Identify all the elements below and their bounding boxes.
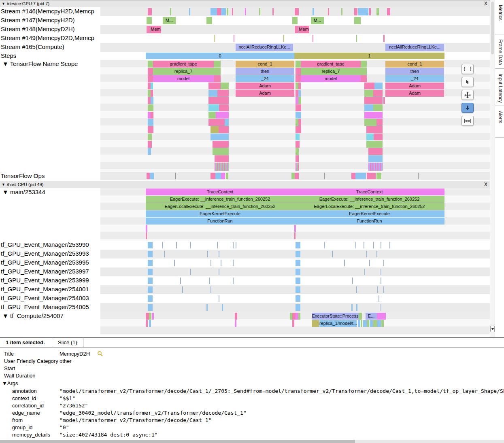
trace-event[interactable] [222,304,223,311]
magnifier-icon[interactable] [97,351,103,356]
trace-event[interactable] [175,173,176,179]
trace-event[interactable] [148,97,151,104]
scroll-down-button[interactable] [490,326,495,332]
trace-event[interactable] [296,242,300,248]
trace-event[interactable] [389,242,390,248]
trace-event[interactable] [366,251,367,257]
track-timeline-stream-148[interactable]: MemMem [100,25,490,34]
trace-event[interactable] [213,148,229,155]
collapse-arrow-icon[interactable]: ▼ [2,182,5,187]
trace-event[interactable]: cond_1 [236,61,294,68]
trace-event[interactable] [313,35,313,42]
trace-event[interactable] [295,26,298,33]
horizontal-scrollbar-thumb[interactable] [0,440,355,443]
trace-event[interactable] [383,260,384,266]
trace-event[interactable]: replica_7 [301,68,361,75]
trace-event[interactable] [189,8,190,15]
trace-event[interactable]: then [385,68,444,75]
trace-event[interactable] [295,173,299,179]
trace-event[interactable] [298,83,301,89]
trace-event[interactable] [358,320,360,327]
trace-event[interactable] [208,83,221,89]
scroll-down-tool-button[interactable] [461,103,474,113]
track-label-tf-compute-254007[interactable]: ▼ tf_Compute/254007 [0,312,100,335]
trace-event[interactable] [295,8,299,15]
trace-event[interactable] [351,173,355,179]
trace-event[interactable] [358,8,368,15]
trace-event[interactable] [296,119,298,126]
trace-event[interactable] [152,313,154,320]
trace-event[interactable] [361,320,362,327]
side-tab-input-latency[interactable]: Input Latency [495,69,504,106]
trace-event[interactable] [376,173,381,179]
side-tab-frame-data[interactable]: Frame Data [495,34,504,69]
trace-event[interactable] [209,278,210,284]
trace-event[interactable]: EagerLocalExecute: __inference_train_fun… [146,203,294,210]
trace-event[interactable] [359,313,362,320]
trace-event[interactable] [373,242,374,248]
trace-event[interactable] [296,97,298,104]
trace-event[interactable] [148,260,153,266]
trace-event[interactable] [361,61,367,68]
trace-event[interactable] [368,148,383,155]
trace-event[interactable] [292,320,294,327]
trace-event[interactable] [296,90,298,97]
trace-event[interactable] [296,134,300,140]
horizontal-scrollbar[interactable] [0,440,504,443]
trace-event[interactable] [215,155,229,162]
horizontal-zoom-tool-button[interactable] [461,116,474,126]
trace-event[interactable] [364,90,373,97]
trace-event[interactable] [296,251,300,257]
trace-event[interactable] [214,75,221,82]
marquee-select-tool-button[interactable] [461,64,474,74]
trace-event[interactable] [296,148,299,155]
trace-event[interactable] [364,112,383,119]
trace-event[interactable]: _24 [236,75,294,82]
gpu-section-close-button[interactable]: X [484,1,487,6]
trace-event[interactable] [373,90,383,97]
trace-event[interactable] [215,173,221,179]
trace-event[interactable] [164,251,165,257]
trace-event[interactable] [151,90,153,97]
trace-event[interactable] [190,269,191,275]
trace-event[interactable] [148,61,153,68]
trace-event[interactable]: 1 [294,53,444,59]
trace-event[interactable] [214,35,215,42]
trace-event[interactable] [296,260,300,266]
trace-event[interactable] [213,141,229,148]
trace-event[interactable] [214,68,221,75]
track-timeline-evtmgr-253993[interactable] [100,250,490,259]
trace-event[interactable] [216,112,229,119]
trace-event[interactable] [148,278,153,284]
trace-event[interactable] [211,286,211,293]
track-label-main-253344[interactable]: ▼ main/253344 [0,188,100,241]
trace-event[interactable] [146,232,147,239]
trace-event[interactable] [377,286,378,293]
side-tab-alerts[interactable]: Alerts [495,106,504,138]
trace-event[interactable] [233,278,234,284]
trace-event[interactable] [368,163,383,171]
trace-event[interactable] [148,75,153,82]
trace-event[interactable] [221,8,226,15]
trace-event[interactable] [296,61,301,68]
trace-event[interactable]: gradient_tape [153,61,214,68]
trace-event[interactable] [151,112,153,119]
trace-event[interactable] [369,8,371,15]
trace-event[interactable] [351,304,353,311]
trace-event[interactable] [292,313,296,320]
trace-event[interactable] [364,83,374,89]
trace-event[interactable] [215,163,229,171]
trace-event[interactable]: ncclAllReduceRingLLKe... [385,44,444,51]
trace-event[interactable] [379,295,379,302]
trace-event[interactable] [364,104,373,111]
trace-event[interactable] [219,251,219,257]
track-timeline-tf-compute-254007[interactable]: ExecutorState::ProcessE...replica_1/mode… [100,312,490,335]
trace-event[interactable] [363,320,367,327]
trace-event[interactable] [381,320,384,327]
trace-event[interactable] [146,313,149,320]
trace-event[interactable] [221,83,229,89]
trace-event[interactable] [221,260,221,266]
trace-event[interactable]: ncclAllReduceRingLLKe... [236,44,293,51]
trace-event[interactable] [147,17,152,24]
trace-event[interactable] [217,242,218,248]
